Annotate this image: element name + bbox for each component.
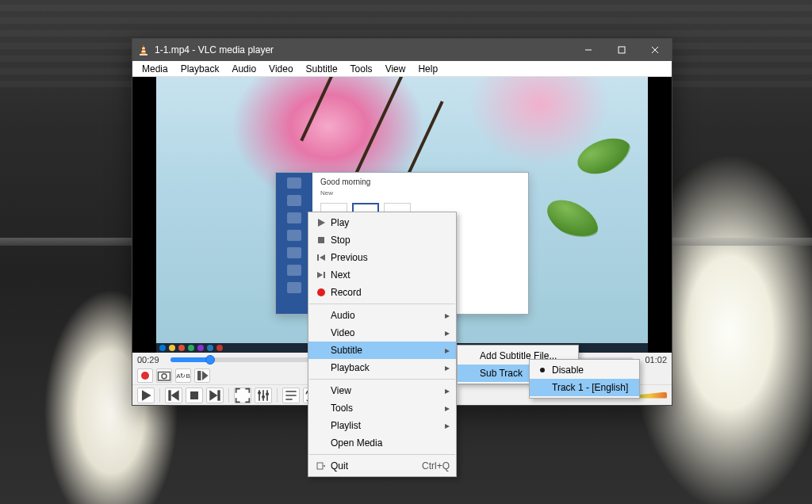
ctx-next[interactable]: Next <box>308 266 456 284</box>
ctx-view[interactable]: View▸ <box>308 382 456 399</box>
submenu-arrow-icon: ▸ <box>445 310 450 321</box>
ctx-subtrack-track1[interactable]: Track 1 - [English] <box>530 379 639 396</box>
ctx-divider <box>309 379 455 380</box>
close-button[interactable] <box>638 39 672 61</box>
menu-view[interactable]: View <box>379 62 412 76</box>
ctx-stop[interactable]: Stop <box>308 231 456 249</box>
svg-point-18 <box>258 391 261 394</box>
ctx-quit[interactable]: Quit Ctrl+Q <box>308 457 456 475</box>
ctx-video[interactable]: Video▸ <box>308 324 456 342</box>
ctx-accelerator: Ctrl+Q <box>409 460 450 472</box>
menubar: Media Playback Audio Video Subtitle Tool… <box>132 61 672 77</box>
ctx-label: Quit <box>329 460 409 472</box>
ctx-label: Open Media <box>329 437 450 449</box>
ctx-label: Playlist <box>329 420 445 431</box>
ctx-audio[interactable]: Audio▸ <box>308 307 456 324</box>
next-button[interactable] <box>206 388 224 403</box>
ctx-divider <box>309 304 455 304</box>
svg-rect-3 <box>142 51 146 52</box>
menu-video[interactable]: Video <box>262 62 299 76</box>
ctx-label: Record <box>329 287 450 298</box>
record-icon <box>313 288 329 296</box>
svg-marker-16 <box>209 390 217 400</box>
ctx-previous[interactable]: Previous <box>308 249 456 266</box>
menu-help[interactable]: Help <box>412 62 444 76</box>
maximize-button[interactable] <box>605 39 638 61</box>
quit-icon <box>313 461 329 471</box>
play-button[interactable] <box>137 388 155 403</box>
next-icon <box>313 270 329 280</box>
ctx-playlist[interactable]: Playlist▸ <box>308 417 456 434</box>
submenu-arrow-icon: ▸ <box>445 385 450 396</box>
separator <box>159 388 160 403</box>
ctx-label: Previous <box>329 252 450 263</box>
record-button[interactable] <box>137 368 153 383</box>
svg-point-19 <box>262 395 265 398</box>
ctx-record[interactable]: Record <box>308 284 456 301</box>
ctx-label: Tools <box>329 403 445 414</box>
stop-icon <box>313 235 329 245</box>
svg-point-20 <box>266 392 269 395</box>
snapshot-button[interactable] <box>156 368 172 383</box>
ctx-playback[interactable]: Playback▸ <box>308 359 456 376</box>
subtrack-submenu: Disable Track 1 - [English] <box>529 359 640 399</box>
menu-subtitle[interactable]: Subtitle <box>300 62 344 76</box>
svg-rect-2 <box>142 48 145 49</box>
ctx-tools[interactable]: Tools▸ <box>308 399 456 417</box>
ctx-subtrack-disable[interactable]: Disable <box>530 361 639 379</box>
vlc-cone-icon <box>137 44 150 56</box>
ctx-label: Play <box>329 217 450 228</box>
ctx-label: Track 1 - [English] <box>550 382 633 393</box>
svg-marker-25 <box>320 254 325 261</box>
separator <box>277 388 278 403</box>
word-greeting: Good morning <box>320 178 520 186</box>
ctx-label: Playback <box>329 362 445 373</box>
prev-button[interactable] <box>165 388 182 403</box>
svg-rect-1 <box>140 54 147 55</box>
separator <box>228 388 229 403</box>
context-menu: Play Stop Previous Next Record Audio▸ Vi… <box>308 212 457 477</box>
svg-rect-13 <box>168 390 170 400</box>
submenu-arrow-icon: ▸ <box>445 362 450 373</box>
menu-tools[interactable]: Tools <box>344 62 379 76</box>
svg-marker-14 <box>171 390 179 400</box>
svg-rect-10 <box>197 371 201 380</box>
elapsed-time[interactable]: 00:29 <box>137 355 166 365</box>
previous-icon <box>313 253 329 262</box>
svg-marker-11 <box>202 371 209 380</box>
menu-audio[interactable]: Audio <box>225 62 262 76</box>
svg-rect-5 <box>619 47 625 53</box>
ctx-label: Audio <box>329 310 445 321</box>
fullscreen-button[interactable] <box>234 388 251 403</box>
submenu-arrow-icon: ▸ <box>445 345 450 356</box>
ctx-label: Subtitle <box>329 345 445 356</box>
ext-settings-button[interactable] <box>255 388 272 403</box>
svg-rect-28 <box>317 463 323 469</box>
minimize-button[interactable] <box>572 39 605 61</box>
menu-playback[interactable]: Playback <box>174 62 226 76</box>
ctx-subtitle[interactable]: Subtitle▸ <box>308 342 456 359</box>
playlist-button[interactable] <box>282 388 300 403</box>
word-section-new: New <box>320 189 520 197</box>
svg-rect-23 <box>318 237 324 243</box>
svg-rect-24 <box>317 254 319 261</box>
radio-selected-icon <box>534 368 550 372</box>
svg-point-9 <box>162 374 167 379</box>
titlebar[interactable]: 1-1.mp4 - VLC media player <box>132 39 672 61</box>
loop-ab-button[interactable]: A↻B <box>175 368 191 383</box>
menu-media[interactable]: Media <box>136 62 174 76</box>
ctx-label: Video <box>329 327 445 338</box>
ctx-divider <box>309 454 455 455</box>
stop-button[interactable] <box>186 388 203 403</box>
ctx-play[interactable]: Play <box>308 214 456 231</box>
svg-marker-22 <box>318 219 325 227</box>
ctx-label: Disable <box>550 365 633 376</box>
ctx-open-media[interactable]: Open Media <box>308 434 456 452</box>
total-time[interactable]: 01:02 <box>638 355 667 365</box>
submenu-arrow-icon: ▸ <box>445 403 450 414</box>
frame-step-button[interactable] <box>194 368 210 383</box>
svg-rect-15 <box>190 391 198 399</box>
svg-rect-27 <box>324 272 325 278</box>
ctx-label: Stop <box>329 235 450 246</box>
svg-rect-17 <box>217 390 220 400</box>
